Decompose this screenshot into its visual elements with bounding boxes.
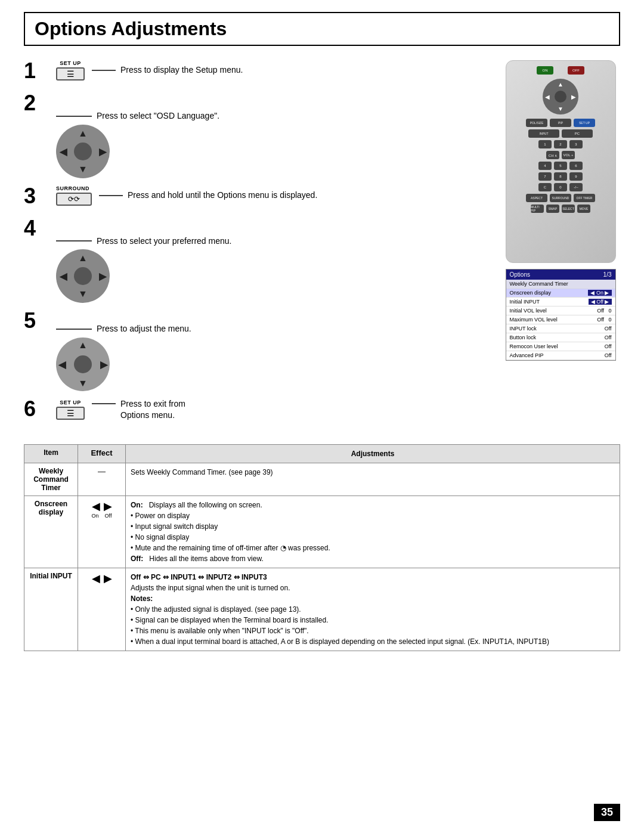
dpad-right-2[interactable]: ▶ (99, 271, 106, 282)
options-row-ii-label: Initial INPUT (510, 299, 540, 305)
options-row-advpip-val: Off (605, 352, 612, 358)
remote-dash-btn[interactable]: -/-- (569, 183, 583, 191)
remote-6-btn[interactable]: 6 (569, 162, 583, 170)
dpad-left-1[interactable]: ◀ (60, 145, 67, 157)
surround-rect[interactable]: ⟳⟳ (56, 193, 92, 206)
remote-3-btn[interactable]: 3 (569, 140, 583, 148)
dpad-center-2[interactable] (74, 267, 92, 285)
remote-2-btn[interactable]: 2 (554, 140, 567, 148)
options-row-maxvol-val: Off 0 (597, 317, 611, 323)
remote-ch-btn[interactable]: CH ∧ (546, 151, 559, 159)
connector-line-5 (56, 329, 92, 330)
dpad-3: ▲ ▼ ◀ ▶ (56, 337, 489, 391)
remote-select-btn[interactable]: SELECT (562, 205, 575, 213)
dpad-down-3[interactable]: ▼ (78, 378, 88, 389)
options-row-wct-label: Weekly Command Timer (510, 281, 568, 287)
setup-btn-rect-1[interactable]: ☰ (56, 67, 85, 80)
dpad-right-3[interactable]: ▶ (100, 358, 107, 370)
remote-pip-btn[interactable]: PIP (550, 119, 571, 127)
dpad-down-2[interactable]: ▼ (78, 289, 88, 299)
dpad-right-1[interactable]: ▶ (99, 145, 106, 157)
cell-wct-item: WeeklyCommandTimer (24, 463, 78, 496)
dpad-outer-3[interactable]: ▲ ▼ ◀ ▶ (56, 337, 110, 391)
connector-line-3 (99, 195, 123, 196)
cell-osd-adj: On: Displays all the following on screen… (126, 496, 620, 568)
options-row-btnlock[interactable]: Button lock Off (506, 333, 615, 342)
dpad-outer-1[interactable]: ▲ ▼ ◀ ▶ (56, 125, 110, 178)
options-row-inputlock-val: Off (605, 326, 612, 332)
dpad-outer-2[interactable]: ▲ ▼ ◀ ▶ (56, 249, 110, 303)
cell-osd-effect: ◀ ▶ On Off (78, 496, 126, 568)
options-row-osd[interactable]: Onscreen display ◀ On ▶ (506, 289, 615, 298)
options-row-btnlock-val: Off (605, 335, 612, 340)
remote-pc-btn[interactable]: PC (562, 129, 593, 138)
options-row-advpip[interactable]: Advanced PIP Off (506, 351, 615, 360)
th-effect: Effect (78, 444, 126, 463)
options-row-osd-val: ◀ On ▶ (588, 290, 611, 296)
remote-dpad[interactable]: ▲ ▼ ◀ ▶ (543, 79, 578, 114)
remote-surround-btn[interactable]: SURROUND (550, 194, 571, 202)
table-row-osd: Onscreendisplay ◀ ▶ On Off On: Displays … (24, 496, 620, 568)
remote-input-btn[interactable]: INPUT (528, 129, 559, 138)
remote-dpad-center[interactable] (555, 91, 566, 103)
options-row-remocon-val: Off (605, 343, 612, 349)
dpad-left-2[interactable]: ◀ (60, 271, 67, 282)
step-6: 6 SET UP ☰ Press to exit fromOptions men… (24, 398, 489, 422)
cell-wct-adj: Sets Weekly Command Timer. (see page 39) (126, 463, 620, 496)
cell-osd-item: Onscreendisplay (24, 496, 78, 568)
bottom-table: Item Effect Adjustments WeeklyCommandTim… (24, 444, 620, 651)
remote-8-btn[interactable]: 8 (554, 172, 567, 181)
options-row-initial-input[interactable]: Initial INPUT ◀ Off ▶ (506, 298, 615, 306)
remote-0-btn[interactable]: 0 (554, 183, 567, 191)
setup-btn-rect-6[interactable]: ☰ (56, 407, 85, 420)
options-row-inputlock[interactable]: INPUT lock Off (506, 324, 615, 333)
osd-bullet-4: • Mute and the remaining time of off-tim… (131, 543, 615, 553)
cell-wct-effect: — (78, 463, 126, 496)
remote-on-btn[interactable]: ON (537, 66, 553, 75)
step-6-text: Press to exit fromOptions menu. (120, 398, 185, 422)
wct-item-label: WeeklyCommandTimer (33, 467, 69, 492)
remote-5-btn[interactable]: 5 (554, 162, 567, 170)
remote-1-btn[interactable]: 1 (538, 140, 552, 148)
cell-ii-item: Initial INPUT (24, 568, 78, 651)
remote-polsize-btn[interactable]: POL/SIZE (526, 119, 547, 127)
remote-c-btn[interactable]: C (538, 183, 552, 191)
remote-move-btn[interactable]: MOVE (577, 205, 590, 213)
main-content: 1 SET UP ☰ Press to display the Setup me… (24, 60, 620, 432)
options-row-wct: Weekly Command Timer (506, 280, 615, 289)
options-row-ivol[interactable]: Initial VOL level Off 0 (506, 306, 615, 315)
osd-left-arrow: ◀ (92, 500, 100, 513)
options-row-ivol-label: Initial VOL level (510, 308, 547, 314)
remote-off-btn[interactable]: OFF (568, 66, 584, 75)
dpad-up-3[interactable]: ▲ (78, 340, 88, 351)
page-container: Options Adjustments 1 SET UP ☰ Press to … (0, 0, 644, 833)
step-3-content: SURROUND ⟳⟳ Press and hold until the Opt… (56, 185, 489, 206)
options-row-remocon[interactable]: Remocon User level Off (506, 342, 615, 351)
page-number: 35 (594, 804, 620, 821)
remote-vol-btn[interactable]: VOL + (562, 151, 575, 159)
step-4-content: Press to select your preferred menu. (56, 218, 489, 247)
remote-multipip-btn[interactable]: MULTI PIP (531, 205, 544, 213)
remote-9-btn[interactable]: 9 (569, 172, 583, 181)
osd-right-arrow: ▶ (104, 500, 112, 513)
step-4-text: Press to select your preferred menu. (97, 236, 231, 247)
dpad-up-2[interactable]: ▲ (78, 253, 88, 264)
remote-4-btn[interactable]: 4 (538, 162, 552, 170)
dpad-up-1[interactable]: ▲ (78, 128, 88, 139)
dpad-center-1[interactable] (74, 143, 92, 160)
ii-note-4: • When a dual input terminal board is at… (131, 636, 615, 647)
remote-on-off-row: ON OFF (510, 66, 612, 75)
connector-line-1 (92, 70, 116, 71)
remote-swap-btn[interactable]: SWAP (546, 205, 559, 213)
remote-offtimer-btn[interactable]: OFF TIMER (574, 194, 595, 202)
remote-setup-btn[interactable]: SET UP (574, 119, 595, 127)
step-number-6: 6 (24, 398, 48, 420)
remote-aspect-btn[interactable]: ASPECT (526, 194, 547, 202)
osd-on-off-label: On Off (83, 513, 120, 519)
setup-label-6: SET UP (60, 400, 81, 405)
dpad-center-3[interactable] (74, 355, 92, 373)
dpad-left-3[interactable]: ◀ (58, 358, 66, 370)
options-row-maxvol[interactable]: Maximum VOL level Off 0 (506, 315, 615, 324)
remote-7-btn[interactable]: 7 (538, 172, 552, 181)
dpad-down-1[interactable]: ▼ (78, 164, 88, 175)
